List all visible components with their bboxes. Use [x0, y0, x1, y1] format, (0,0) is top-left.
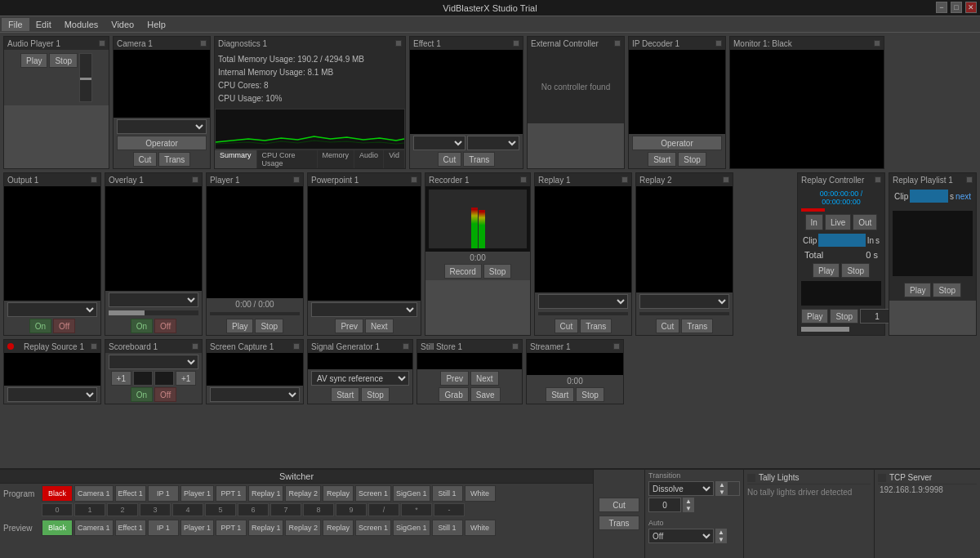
powerpoint1-prev-button[interactable]: Prev	[335, 319, 363, 333]
signal-gen1-stop-button[interactable]: Stop	[361, 387, 390, 402]
camera1-trans-button[interactable]: Trans	[158, 152, 190, 167]
sw-prev-replay[interactable]: Replay	[323, 520, 354, 536]
menu-edit[interactable]: Edit	[29, 18, 58, 31]
overlay1-off-button[interactable]: Off	[154, 319, 176, 333]
auto-down[interactable]: ▼	[716, 536, 726, 543]
sw-prev-siggen1[interactable]: SigGen 1	[393, 520, 430, 536]
minimize-button[interactable]: −	[936, 2, 947, 13]
sw-prev-camera1[interactable]: Camera 1	[74, 520, 114, 536]
sw-prog-black[interactable]: Black	[42, 485, 73, 502]
sw-prog-white[interactable]: White	[465, 485, 496, 502]
auto-stepper[interactable]: ▲ ▼	[715, 529, 727, 543]
sw-prog-replay2[interactable]: Replay 2	[285, 485, 321, 502]
still-store1-next-button[interactable]: Next	[470, 371, 499, 386]
replay2-select[interactable]	[639, 294, 729, 309]
sw-prev-ppt1[interactable]: PPT 1	[216, 520, 247, 536]
scoreboard1-plus1-left-button[interactable]: +1	[111, 371, 131, 386]
camera1-operator-button[interactable]: Operator	[117, 136, 207, 150]
scoreboard1-plus1-right-button[interactable]: +1	[176, 371, 196, 386]
audio-stop-button[interactable]: Stop	[49, 53, 78, 68]
menu-file[interactable]: File	[2, 18, 29, 31]
sw-prev-black[interactable]: Black	[42, 520, 73, 536]
output1-on-button[interactable]: On	[29, 319, 51, 333]
sw-prog-screen1[interactable]: Screen 1	[355, 485, 391, 502]
trans-val-up[interactable]: ▲	[684, 498, 693, 505]
menu-help[interactable]: Help	[140, 18, 172, 31]
replay1-select[interactable]	[538, 294, 628, 309]
powerpoint1-next-button[interactable]: Next	[365, 319, 394, 333]
effect1-select2[interactable]	[467, 136, 519, 150]
replay-source1-select[interactable]	[7, 387, 97, 402]
replay2-cut-button[interactable]: Cut	[656, 319, 680, 333]
sw-prev-ip1[interactable]: IP 1	[148, 520, 179, 536]
sw-prev-white[interactable]: White	[465, 520, 496, 536]
recorder1-stop-button[interactable]: Stop	[483, 264, 512, 279]
sw-prog-replay[interactable]: Replay	[323, 485, 354, 502]
auto-select[interactable]: Off	[648, 529, 714, 543]
screen-capture1-select[interactable]	[210, 387, 300, 402]
maximize-button[interactable]: □	[951, 2, 962, 13]
switcher-cut-button[interactable]: Cut	[599, 498, 639, 512]
replay-ctrl-in-button[interactable]: In	[805, 214, 823, 230]
still-store1-save-button[interactable]: Save	[470, 387, 501, 402]
replay1-trans-button[interactable]: Trans	[580, 319, 612, 333]
effect1-select1[interactable]	[413, 136, 466, 150]
camera1-select[interactable]	[117, 119, 207, 134]
trans-val-down[interactable]: ▼	[684, 505, 693, 512]
replay-ctrl-stop-button[interactable]: Stop	[841, 263, 870, 278]
sw-prev-player1[interactable]: Player 1	[180, 520, 214, 536]
still-store1-prev-button[interactable]: Prev	[440, 371, 469, 386]
ip-decoder-stop-button[interactable]: Stop	[678, 152, 706, 167]
ip-decoder-operator-button[interactable]: Operator	[632, 136, 722, 150]
replay-ctrl-live-button[interactable]: Live	[825, 214, 851, 230]
sw-prog-camera1[interactable]: Camera 1	[74, 485, 114, 502]
powerpoint1-select[interactable]	[311, 302, 417, 317]
diag-tab-cpu[interactable]: CPU Core Usage	[257, 150, 318, 168]
scoreboard1-select[interactable]	[109, 355, 198, 369]
sw-prev-effect1[interactable]: Effect 1	[115, 520, 146, 536]
sw-prev-replay1[interactable]: Replay 1	[248, 520, 284, 536]
overlay1-select[interactable]	[109, 292, 198, 307]
overlay1-on-button[interactable]: On	[131, 319, 153, 333]
camera1-cut-button[interactable]: Cut	[133, 152, 158, 167]
streamer1-stop-button[interactable]: Stop	[576, 387, 604, 402]
trans-up[interactable]: ▲	[716, 481, 728, 489]
transition-value-stepper[interactable]: ▲ ▼	[683, 498, 694, 512]
signal-gen1-select[interactable]: AV sync reference	[311, 371, 409, 386]
sw-prev-screen1[interactable]: Screen 1	[355, 520, 391, 536]
auto-up[interactable]: ▲	[716, 529, 726, 536]
scoreboard1-off-button[interactable]: Off	[154, 387, 176, 402]
output1-off-button[interactable]: Off	[53, 319, 75, 333]
sw-prog-siggen1[interactable]: SigGen 1	[393, 485, 430, 502]
close-button[interactable]: ✕	[965, 2, 977, 13]
sw-prog-player1[interactable]: Player 1	[180, 485, 214, 502]
replay-ctrl-play2-button[interactable]: Play	[801, 309, 828, 324]
menu-modules[interactable]: Modules	[58, 18, 105, 31]
switcher-trans-button[interactable]: Trans	[599, 516, 639, 530]
signal-gen1-start-button[interactable]: Start	[331, 387, 359, 402]
replay-playlist-stop-button[interactable]: Stop	[933, 283, 961, 297]
transition-select[interactable]: Dissolve	[648, 481, 714, 496]
still-store1-grab-button[interactable]: Grab	[439, 387, 468, 402]
scoreboard1-on-button[interactable]: On	[131, 387, 153, 402]
sw-prog-effect1[interactable]: Effect 1	[115, 485, 146, 502]
transition-value-input[interactable]	[648, 498, 681, 512]
sw-prog-ppt1[interactable]: PPT 1	[216, 485, 247, 502]
recorder1-record-button[interactable]: Record	[444, 264, 482, 279]
diag-tab-vid[interactable]: Vid	[384, 150, 405, 168]
diag-tab-memory[interactable]: Memory	[318, 150, 355, 168]
audio-play-button[interactable]: Play	[20, 53, 47, 68]
streamer1-start-button[interactable]: Start	[546, 387, 574, 402]
replay1-cut-button[interactable]: Cut	[555, 319, 579, 333]
sw-prog-replay1[interactable]: Replay 1	[248, 485, 284, 502]
diag-tab-summary[interactable]: Summary	[215, 150, 257, 168]
replay2-trans-button[interactable]: Trans	[681, 319, 713, 333]
audio-fader[interactable]	[79, 53, 92, 102]
sw-prev-still1[interactable]: Still 1	[432, 520, 463, 536]
player1-stop-button[interactable]: Stop	[255, 319, 283, 333]
sw-prog-still1[interactable]: Still 1	[432, 485, 463, 502]
sw-prog-ip1[interactable]: IP 1	[148, 485, 179, 502]
player1-play-button[interactable]: Play	[226, 319, 253, 333]
menu-video[interactable]: Video	[105, 18, 140, 31]
effect1-cut-button[interactable]: Cut	[438, 152, 462, 167]
